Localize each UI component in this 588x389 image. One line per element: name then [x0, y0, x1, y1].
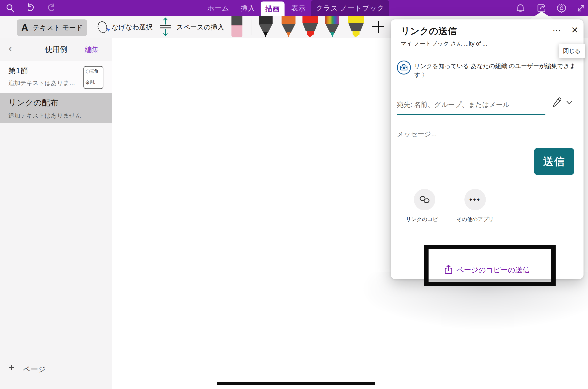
more-options-button[interactable]: ⋯: [550, 25, 564, 36]
organization-briefcase-icon: [397, 61, 411, 75]
page-item-link-distribution-selected[interactable]: リンクの配布 追加テキストはありません: [0, 93, 112, 123]
dialog-title: リンクの送信: [401, 25, 457, 37]
dialog-callout-arrow: [528, 11, 555, 20]
yellow-highlighter-icon[interactable]: [348, 16, 364, 38]
tab-insert[interactable]: 挿入: [237, 0, 259, 16]
add-pen-plus-button[interactable]: [372, 21, 384, 33]
message-input[interactable]: メッセージ...: [397, 130, 571, 145]
text-mode-a-glyph: A: [21, 22, 28, 33]
insert-space-icon: [159, 17, 171, 37]
notifications-bell-icon[interactable]: [515, 0, 526, 16]
sidebar-header: ‹ 使用例 編集: [0, 38, 112, 61]
search-icon[interactable]: [4, 0, 16, 16]
more-apps-button[interactable]: •••: [464, 189, 486, 210]
edit-link[interactable]: 編集: [85, 45, 99, 54]
tab-view[interactable]: 表示: [287, 0, 310, 16]
chevron-down-icon[interactable]: [565, 98, 574, 107]
page-item-section1[interactable]: 第1節 追加テキストはありま… 〇三角 余割.: [0, 61, 112, 93]
insert-space-button[interactable]: スペースの挿入: [159, 16, 224, 38]
plus-icon: +: [8, 362, 15, 374]
send-link-dialog: リンクの送信 ⋯ ✕ マイ ノートブック さん ...ity of ... 閉じ…: [391, 19, 584, 279]
orange-pen-icon[interactable]: [282, 16, 295, 38]
eraser-tool-icon[interactable]: [231, 16, 242, 38]
recipient-placeholder: 宛先: 名前、グループ、またはメール: [397, 100, 510, 109]
highlight-rectangle: [424, 245, 556, 286]
page-list-sidebar: ‹ 使用例 編集 第1節 追加テキストはありま… 〇三角 余割. リンクの配布 …: [0, 38, 112, 389]
redo-icon[interactable]: [45, 0, 57, 16]
close-tooltip: 閉じる: [559, 44, 585, 58]
top-app-bar: ホーム 挿入 描画 表示 クラス ノートブック: [0, 0, 588, 16]
add-page-button[interactable]: + ページ: [0, 359, 112, 379]
rainbow-pen-icon[interactable]: [325, 16, 339, 38]
red-highlighter-icon[interactable]: [302, 16, 318, 38]
sidebar-bottom-divider: [0, 355, 112, 355]
tab-draw-active[interactable]: 描画: [261, 1, 285, 16]
undo-icon[interactable]: [24, 0, 37, 16]
settings-gear-icon[interactable]: [556, 0, 568, 16]
close-icon[interactable]: ✕: [569, 25, 581, 37]
black-pen-icon[interactable]: [259, 16, 273, 38]
ellipsis-icon: •••: [469, 195, 481, 204]
text-mode-button[interactable]: A テキスト モード: [17, 19, 87, 36]
pencil-edit-icon[interactable]: [550, 96, 563, 109]
lasso-select-button[interactable]: + なげなわ選択: [98, 16, 153, 38]
notebook-subtitle: マイ ノートブック さん ...ity of ...: [401, 40, 487, 48]
link-chain-icon: [419, 195, 430, 204]
copy-link-button[interactable]: [414, 189, 435, 210]
page-thumbnail: 〇三角 余割.: [83, 66, 103, 89]
tab-class-notebook[interactable]: クラス ノートブック: [311, 0, 389, 16]
copy-link-label: リンクのコピー: [397, 216, 452, 223]
link-permission-setting[interactable]: リンクを知っている あなたの組織 のユーザーが編集できま す 〉: [414, 62, 577, 79]
send-button[interactable]: 送信: [534, 148, 574, 175]
fullscreen-expand-icon[interactable]: [575, 0, 587, 16]
home-indicator-bar[interactable]: [217, 382, 375, 385]
more-apps-label: その他のアプリ: [448, 216, 503, 223]
tab-home[interactable]: ホーム: [205, 0, 232, 16]
toolbar-divider: [251, 19, 251, 35]
recipient-input[interactable]: 宛先: 名前、グループ、またはメール: [397, 94, 545, 115]
message-placeholder: メッセージ...: [397, 130, 437, 139]
lasso-icon: +: [96, 20, 108, 34]
